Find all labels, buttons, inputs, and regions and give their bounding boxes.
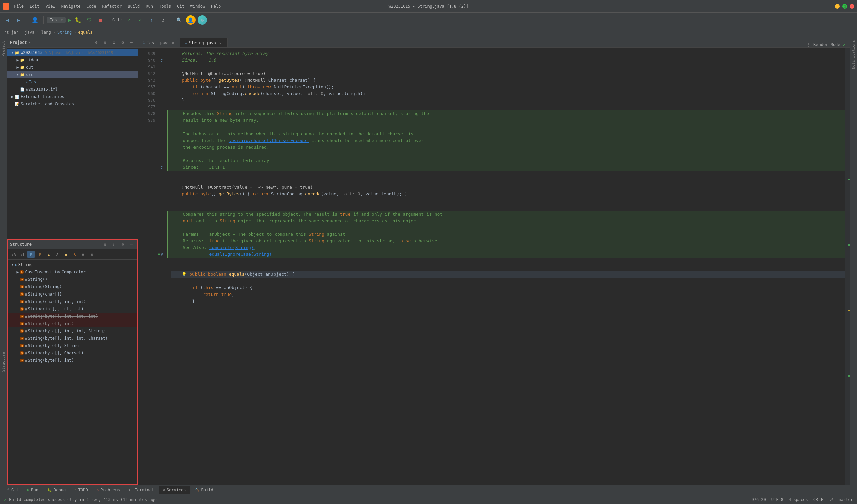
menu-edit[interactable]: Edit [27,3,42,10]
structure-settings[interactable]: ⚙ [119,241,126,248]
status-indent[interactable]: 4 spaces [789,497,808,502]
menu-view[interactable]: View [43,3,58,10]
tree-scratches[interactable]: 📝 Scratches and Consoles [7,100,138,108]
status-encoding[interactable]: UTF-8 [771,497,783,502]
filter-public-btn[interactable]: P [28,251,35,258]
settings-avatar[interactable]: ⚙ [198,15,207,25]
menu-tools[interactable]: Tools [156,3,174,10]
code-editor[interactable]: Returns: The resultant byte array Since:… [166,48,845,485]
struct-item-12[interactable]: m ■ String(byte[], int) [7,357,138,364]
struct-item-5[interactable]: m ■ String(int[], int, int) [7,305,138,313]
git-rollback-button[interactable]: ↺ [158,15,168,25]
forward-button[interactable]: ▶ [14,15,23,25]
sort-alpha-btn[interactable]: ↓A [10,251,17,258]
run-config-selector[interactable]: Test ▾ [47,17,66,23]
back-button[interactable]: ◀ [3,15,12,25]
project-settings-btn[interactable]: ⚙ [119,39,126,46]
debug-button[interactable]: 🐛 [73,15,83,25]
collapse-all-btn[interactable]: ⊟ [88,251,96,258]
filter-lambda-btn[interactable]: λ [71,251,78,258]
breadcrumb-rtjar[interactable]: rt.jar [4,30,18,35]
structure-vertical-label[interactable]: Structure [1,352,6,372]
struct-item-9[interactable]: m ■ String(byte[], int, int, Charset) [7,335,138,342]
project-locate-btn[interactable]: ⊕ [93,39,100,46]
sort-type-btn[interactable]: ↓T [19,251,26,258]
coverage-button[interactable]: 🛡 [85,15,94,25]
tab-test-close[interactable]: ✕ [171,40,175,45]
breadcrumb-lang[interactable]: lang [41,30,51,35]
tab-string[interactable]: ☕ String.java ✕ [181,38,228,47]
filter-circle-btn[interactable]: ● [62,251,70,258]
minimize-button[interactable]: ─ [835,4,840,9]
user-avatar[interactable]: 👤 [186,15,196,25]
breadcrumb-string[interactable]: String [57,30,72,35]
menu-code[interactable]: Code [84,3,99,10]
struct-item-4[interactable]: m ■ String(char[], int, int) [7,298,138,305]
tree-root[interactable]: ▾ 📁 w20231015 D:\javacode\java_code\w202… [7,49,138,56]
struct-item-8[interactable]: m ■ String(byte[], int, int, String) [7,327,138,335]
tab-string-close[interactable]: ✕ [218,40,223,45]
filter-a-btn[interactable]: A [54,251,61,258]
structure-close[interactable]: ─ [128,241,135,248]
struct-item-0[interactable]: ▶ C CaseInsensitiveComparator [7,268,138,276]
breadcrumb-java[interactable]: java [25,30,35,35]
stop-button[interactable]: ■ [96,15,105,25]
tab-test[interactable]: ☕ Test.java ✕ [138,38,181,47]
tree-out[interactable]: ▶ 📁 out [7,64,138,71]
struct-item-6[interactable]: m ■ String(byte[], int, int, int) [7,313,138,320]
struct-item-10[interactable]: m ■ String(byte[], String) [7,342,138,349]
project-dropdown-icon[interactable]: ▾ [29,40,31,44]
bottom-tab-git[interactable]: ⎇ Git [1,486,23,494]
bottom-tab-services[interactable]: ⚙ Services [159,486,190,494]
project-collapse-btn[interactable]: ≡ [110,39,118,46]
structure-scroll-up[interactable]: ⇅ [101,241,109,248]
git-check-button[interactable]: ✓ [124,15,134,25]
tree-ext-libs[interactable]: ▶ 📊 External Libraries [7,93,138,100]
project-close-btn[interactable]: ─ [128,39,135,46]
editor-content[interactable]: 939 940 941 942 943 [138,48,845,485]
struct-item-11[interactable]: m ■ String(byte[], Charset) [7,349,138,357]
tree-iml[interactable]: 📄 w20231015.iml [7,86,138,93]
menu-navigate[interactable]: Navigate [58,3,83,10]
expand-all-btn[interactable]: ⊞ [80,251,87,258]
filter-protected-btn[interactable]: P [36,251,44,258]
bottom-tab-debug[interactable]: 🐛 Debug [43,486,70,494]
bottom-tab-run[interactable]: ▶ Run [23,486,43,494]
struct-item-3[interactable]: m ■ String(char[]) [7,290,138,298]
struct-item-7[interactable]: m ■ String(byte[], int) [7,320,138,327]
project-panel-label[interactable]: Project [1,39,6,58]
menu-window[interactable]: Window [188,3,207,10]
struct-item-2[interactable]: m ■ String(String) [7,283,138,290]
run-button[interactable]: ▶ [68,16,71,23]
filter-info-btn[interactable]: i [45,251,52,258]
tree-test[interactable]: ☕ Test [7,78,138,86]
git-commit-button[interactable]: ✓ [136,15,145,25]
tree-idea[interactable]: ▶ 📁 .idea [7,56,138,64]
status-branch[interactable]: master [839,497,853,502]
menu-run[interactable]: Run [143,3,156,10]
struct-root[interactable]: ▾ ◆ String [7,261,138,268]
notifications-panel[interactable]: Notifications [850,37,857,485]
profile-button[interactable]: 👤 [31,15,40,25]
maximize-button[interactable]: □ [842,4,847,9]
menu-refactor[interactable]: Refactor [99,3,124,10]
menu-help[interactable]: Help [208,3,223,10]
bottom-tab-todo[interactable]: ✓ TODO [70,486,92,494]
git-push-button[interactable]: ↑ [147,15,156,25]
menu-file[interactable]: File [11,3,27,10]
bottom-tab-terminal[interactable]: ▶_ Terminal [124,486,158,494]
notifications-label[interactable]: Notifications [851,40,856,69]
structure-expand[interactable]: ↕ [110,241,118,248]
project-scroll-btn[interactable]: ⇅ [101,39,109,46]
close-button[interactable]: ✕ [850,4,854,9]
status-line-ending[interactable]: CRLF [813,497,823,502]
tree-src[interactable]: ▾ 📁 src [7,71,138,78]
reader-mode-btn[interactable]: Reader Mode [813,42,840,47]
more-tabs-btn[interactable]: ⋮ [807,42,811,47]
menu-build[interactable]: Build [125,3,142,10]
menu-git[interactable]: Git [174,3,187,10]
search-button[interactable]: 🔍 [175,15,184,25]
struct-item-1[interactable]: m ■ String() [7,276,138,283]
bottom-tab-problems[interactable]: ⚠ Problems [93,486,124,494]
bottom-tab-build[interactable]: 🔨 Build [191,486,217,494]
